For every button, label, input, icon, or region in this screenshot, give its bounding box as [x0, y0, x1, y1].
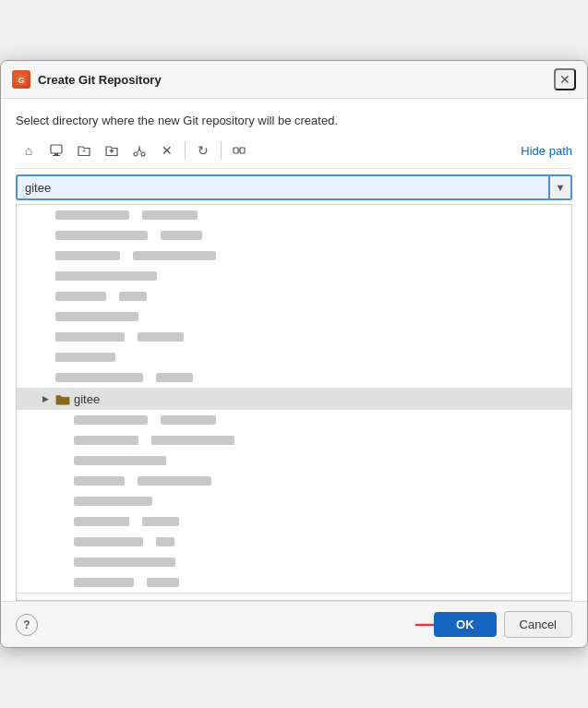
gitee-folder-item[interactable]: ▶ gitee [17, 388, 571, 410]
list-item[interactable] [17, 532, 571, 552]
close-button[interactable]: ✕ [554, 68, 576, 90]
title-bar: G Create Git Repository ✕ [1, 61, 587, 99]
list-item[interactable] [17, 367, 571, 388]
svg-point-7 [141, 152, 145, 156]
svg-text:G: G [18, 76, 24, 85]
create-git-repository-dialog: G Create Git Repository ✕ Select directo… [0, 60, 588, 648]
separator-1 [185, 141, 186, 160]
path-input[interactable] [16, 174, 550, 200]
list-item[interactable] [17, 327, 571, 347]
list-item[interactable] [17, 266, 571, 286]
path-dropdown-button[interactable]: ▼ [550, 174, 572, 200]
cancel-button[interactable]: Cancel [504, 611, 572, 638]
dialog-title: Create Git Repository [38, 73, 162, 87]
file-tree-container[interactable]: ▶ gitee [16, 204, 572, 601]
title-bar-left: G Create Git Repository [12, 70, 162, 89]
list-item[interactable] [17, 572, 571, 593]
footer-buttons: OK Cancel [434, 611, 572, 638]
cut-button[interactable] [126, 138, 152, 162]
separator-2 [221, 141, 222, 160]
list-item[interactable] [17, 347, 571, 367]
dialog-body: Select directory where the new Git repos… [1, 99, 587, 601]
desktop-button[interactable] [43, 138, 69, 162]
list-item[interactable] [17, 450, 571, 471]
refresh-button[interactable]: ↻ [190, 138, 216, 162]
svg-rect-8 [234, 148, 238, 153]
chevron-right-icon: ▶ [39, 392, 52, 405]
svg-rect-3 [54, 153, 58, 155]
folder-icon [55, 392, 70, 405]
folder-up-button[interactable] [99, 138, 125, 162]
list-item[interactable] [17, 306, 571, 327]
new-folder-button[interactable]: + [71, 138, 97, 162]
svg-point-6 [134, 152, 138, 156]
description-text: Select directory where the new Git repos… [16, 114, 572, 127]
hide-path-link[interactable]: Hide path [521, 144, 572, 158]
svg-rect-2 [51, 145, 62, 153]
svg-text:+: + [82, 147, 87, 155]
toolbar: ⌂ + [16, 138, 572, 169]
drag-hint-text: Drag and drop a file into the space abov… [17, 593, 571, 601]
dialog-footer: ? OK Cancel [1, 601, 587, 647]
gitee-folder-label: gitee [74, 392, 100, 406]
list-item[interactable] [17, 286, 571, 306]
svg-rect-9 [240, 148, 245, 153]
list-item[interactable] [17, 511, 571, 532]
list-item[interactable] [17, 225, 571, 246]
list-item[interactable] [17, 205, 571, 225]
list-item[interactable] [17, 246, 571, 266]
help-button[interactable]: ? [16, 614, 38, 636]
link-button[interactable] [226, 138, 252, 162]
app-icon: G [12, 70, 30, 89]
list-item[interactable] [17, 430, 571, 450]
list-item[interactable] [17, 410, 571, 430]
svg-rect-4 [53, 155, 60, 156]
list-item[interactable] [17, 552, 571, 572]
path-input-row: ▼ [16, 174, 572, 200]
delete-button[interactable]: ✕ [154, 138, 180, 162]
list-item[interactable] [17, 471, 571, 491]
ok-button[interactable]: OK [434, 612, 497, 637]
list-item[interactable] [17, 491, 571, 511]
home-button[interactable]: ⌂ [16, 138, 42, 162]
